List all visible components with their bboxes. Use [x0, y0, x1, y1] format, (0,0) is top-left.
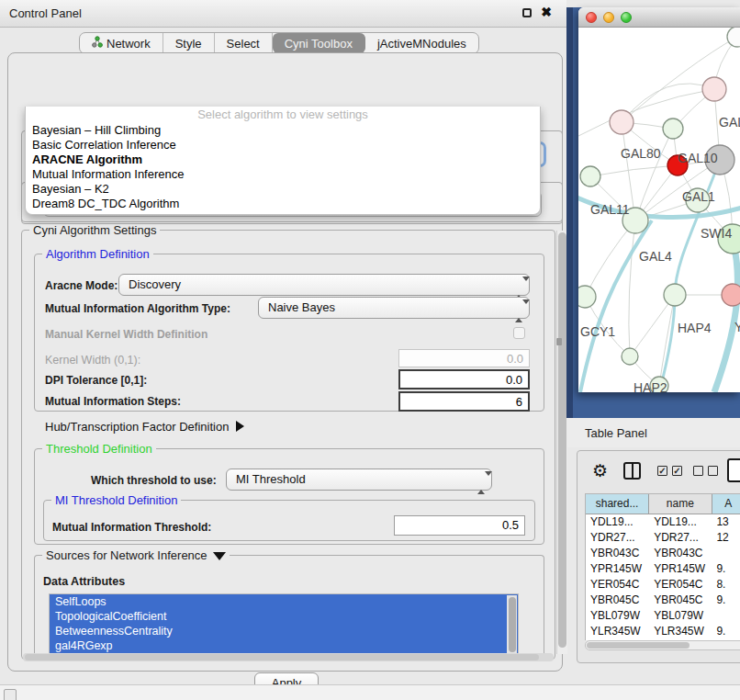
data-attributes-list: SelfLoopsTopologicalCoefficientBetweenne…: [49, 593, 519, 657]
hub-definition-expander[interactable]: Hub/Transcription Factor Definition: [45, 420, 244, 434]
algorithm-option-mutual-information-inference[interactable]: Mutual Information Inference: [26, 167, 540, 182]
strip-grip-icon[interactable]: [4, 689, 17, 700]
network-edge[interactable]: [622, 84, 714, 122]
gear-icon[interactable]: ⚙: [592, 460, 608, 480]
algorithm-dropdown-prompt: Select algorithm to view settings: [26, 107, 540, 123]
table-row[interactable]: YDL19...YDL19...13: [586, 514, 740, 530]
kernel-width-label: Kernel Width (0,1):: [45, 354, 140, 367]
network-node-gal[interactable]: [702, 77, 726, 101]
mi-type-combo[interactable]: Naive Bayes: [258, 297, 530, 319]
table-row[interactable]: YBL079WYBL079W: [586, 608, 740, 624]
columns-icon[interactable]: [623, 462, 641, 480]
which-threshold-value: MI Threshold: [236, 472, 306, 486]
attribute-item-gal4rgexp[interactable]: gal4RGexp: [50, 638, 518, 653]
stepper-arrows-icon: [515, 278, 522, 299]
network-edge[interactable]: [629, 220, 635, 356]
kernel-width-field[interactable]: 0.0: [398, 349, 530, 367]
table-cell: YBR043C: [586, 546, 649, 561]
node-label-hap4: HAP4: [678, 321, 712, 335]
float-window-icon[interactable]: [522, 8, 532, 17]
table-cell: YBL079W: [586, 608, 649, 624]
network-node-gcy1[interactable]: [578, 286, 596, 308]
attribute-item-selfloops[interactable]: SelfLoops: [50, 594, 518, 609]
tab-label: Network: [107, 37, 151, 51]
network-window-titlebar[interactable]: [578, 7, 740, 28]
attribute-item-topologicalcoefficient[interactable]: TopologicalCoefficient: [50, 609, 518, 624]
which-threshold-label: Which threshold to use:: [91, 474, 217, 487]
table-row[interactable]: YBR043CYBR043C: [586, 546, 740, 561]
node-label-y: Y: [734, 320, 740, 334]
node-label-swi4: SWI4: [701, 226, 732, 241]
network-icon: [92, 36, 103, 51]
network-edge-highlighted[interactable]: [714, 239, 738, 392]
table-cell: YER054C: [649, 577, 712, 593]
algorithm-option-basic-correlation-inference[interactable]: Basic Correlation Inference: [26, 138, 540, 152]
network-node-hap2[interactable]: [622, 348, 638, 365]
network-node[interactable]: [727, 28, 740, 47]
table-cell: YER054C: [586, 577, 649, 593]
tab-select[interactable]: Select: [215, 33, 273, 53]
table-horizontal-scrollbar[interactable]: [585, 640, 740, 650]
network-edge[interactable]: [659, 295, 675, 386]
settings-horizontal-scrollbar[interactable]: [23, 653, 554, 661]
column-header-name[interactable]: name: [649, 494, 712, 514]
unchecked-box-icon[interactable]: [708, 466, 718, 476]
mi-threshold-title: MI Threshold Definition: [51, 493, 181, 507]
mac-minimize-icon[interactable]: [603, 12, 614, 23]
table-row[interactable]: YDR27...YDR27...12: [586, 530, 740, 546]
node-label-gal80: GAL80: [621, 146, 661, 161]
table-row[interactable]: YER054CYER054C8.: [586, 577, 740, 593]
document-icon[interactable]: [727, 458, 740, 482]
sources-title-text: Sources for Network Inference: [46, 548, 207, 562]
network-canvas[interactable]: GALGAL80GAL10GAL11GAL1SWI4GAL4GCY1HAP4YH…: [578, 28, 740, 392]
algorithm-definition-title: Algorithm Definition: [42, 247, 153, 261]
manual-kernel-checkbox[interactable]: [513, 327, 525, 339]
tab-label: jActiveMNodules: [377, 37, 466, 51]
algorithm-option-bayesian-hill-climbing[interactable]: Bayesian – Hill Climbing: [26, 123, 540, 138]
tab-style[interactable]: Style: [163, 33, 215, 53]
network-edge[interactable]: [578, 89, 714, 136]
tab-network[interactable]: Network: [80, 33, 163, 53]
table-row[interactable]: YPR145WYPR145W9.: [586, 561, 740, 577]
aracne-mode-value: Discovery: [129, 277, 181, 291]
sources-group-title[interactable]: Sources for Network Inference: [42, 548, 230, 562]
algorithm-option-dream8-dc-tdc-algorithm[interactable]: Dream8 DC_TDC Algorithm: [26, 197, 540, 211]
algorithm-option-aracne-algorithm[interactable]: ARACNE Algorithm: [26, 152, 540, 167]
node-label-gal10: GAL10: [678, 151, 718, 165]
collapsed-arrow-icon: [236, 421, 244, 432]
which-threshold-combo[interactable]: MI Threshold: [226, 469, 492, 491]
algorithm-option-bayesian-k2[interactable]: Bayesian – K2: [26, 182, 540, 197]
expanded-arrow-icon: [213, 552, 226, 560]
mac-zoom-icon[interactable]: [621, 12, 632, 23]
column-header-a[interactable]: A: [712, 494, 740, 514]
attribute-item-betweennesscentrality[interactable]: BetweennessCentrality: [50, 624, 518, 638]
table-row[interactable]: YLR345WYLR345W9.: [586, 624, 740, 639]
network-node-hap4[interactable]: [664, 284, 686, 306]
mi-steps-field[interactable]: 6: [398, 391, 530, 412]
table-cell: YDL19...: [586, 514, 649, 530]
close-icon[interactable]: ✖: [541, 5, 552, 19]
list-scrollbar[interactable]: [507, 595, 517, 657]
control-panel-tabs: NetworkStyleSelectCyni ToolboxjActiveMNo…: [79, 32, 479, 54]
mac-close-icon[interactable]: [586, 12, 597, 23]
table-row[interactable]: YBR045CYBR045C9.: [586, 593, 740, 608]
network-node-gal80[interactable]: [610, 110, 633, 134]
node-label-hap2: HAP2: [633, 380, 667, 392]
checked-box-icon[interactable]: ✓: [657, 466, 667, 476]
unchecked-box-icon[interactable]: [693, 466, 703, 476]
tab-cyni-toolbox[interactable]: Cyni Toolbox: [273, 33, 365, 53]
network-node-gal11[interactable]: [580, 166, 600, 186]
column-header-shared[interactable]: shared...: [586, 494, 649, 514]
panel-resize-grip[interactable]: [556, 338, 562, 345]
network-node-y[interactable]: [722, 284, 740, 306]
network-edge[interactable]: [590, 165, 678, 176]
aracne-mode-combo[interactable]: Discovery: [118, 274, 530, 296]
dpi-tolerance-field[interactable]: 0.0: [398, 369, 530, 390]
table-panel-titlebar: Table Panel: [566, 418, 740, 447]
mi-threshold-field[interactable]: 0.5: [394, 515, 525, 536]
table-cell: YBR045C: [649, 593, 712, 608]
network-node-gal10[interactable]: [663, 119, 683, 139]
table-cell: 9.: [712, 561, 740, 577]
tab-jactivemnodules[interactable]: jActiveMNodules: [365, 33, 478, 53]
checked-box-icon[interactable]: ✓: [672, 466, 682, 476]
